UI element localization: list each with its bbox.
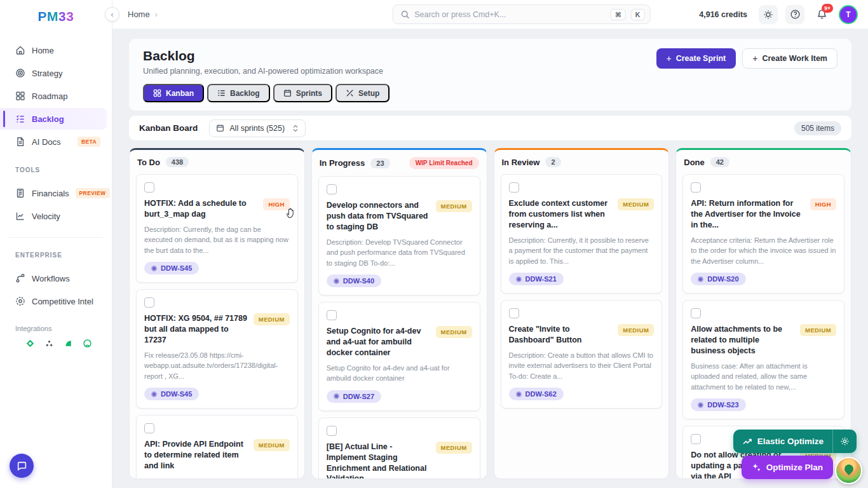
chat-button[interactable] [10, 454, 34, 478]
card-checkbox[interactable] [509, 182, 519, 193]
pm33-logo: PM33 [0, 0, 112, 36]
breadcrumb[interactable]: Home › [128, 10, 158, 19]
priority-badge: HIGH [810, 198, 836, 210]
preview-badge: PREVIEW [76, 188, 110, 198]
sidebar-item-financials[interactable]: Financials PREVIEW [0, 182, 107, 204]
integrations-label: Integrations [0, 312, 112, 339]
kanban-card[interactable]: HOTFIX: Add a schedule to burt_3_map dag… [136, 174, 298, 283]
sidebar-item-roadmap[interactable]: Roadmap [0, 85, 107, 107]
breadcrumb-home[interactable]: Home [128, 10, 150, 19]
priority-badge: MEDIUM [618, 198, 654, 210]
search-input[interactable]: Search or press Cmd+K... ⌘ K [392, 4, 650, 24]
card-checkbox[interactable] [327, 310, 337, 320]
card-checkbox[interactable] [691, 182, 701, 193]
sidebar-item-ai-docs[interactable]: AI Docs BETA [0, 131, 107, 152]
sidebar-item-competitive-intel[interactable]: Competitive Intel [0, 290, 107, 312]
optimize-plan-button[interactable]: Optimize Plan [742, 456, 833, 479]
card-checkbox[interactable] [327, 184, 337, 194]
enterprise-heading: ENTERPRISE [0, 238, 112, 264]
priority-badge: MEDIUM [254, 439, 290, 451]
sidebar-item-velocity[interactable]: Velocity [0, 205, 107, 227]
kanban-card[interactable]: API: Return information for the Advertis… [682, 174, 844, 294]
sidebar-item-workflows[interactable]: Workflows [0, 268, 107, 289]
ticket-tag[interactable]: DDW-S23 [691, 398, 745, 411]
column-in-review: In Review 2 Exclude context customer fro… [494, 148, 670, 479]
tab-setup[interactable]: Setup [336, 84, 390, 102]
create-work-item-button[interactable]: +Create Work Item [742, 48, 837, 69]
kanban-card[interactable]: Setup Cognito for a4-dev and a4-uat for … [318, 302, 480, 411]
column-header: In Review 2 [494, 150, 669, 173]
sidebar-item-backlog[interactable]: Backlog [0, 108, 107, 130]
ticket-tag[interactable]: DDW-S45 [144, 388, 199, 400]
card-title: API: Provide API Endpoint to determine r… [144, 439, 248, 471]
sidebar-item-strategy[interactable]: Strategy [0, 62, 107, 84]
elastic-settings-button[interactable] [833, 437, 857, 446]
priority-badge: MEDIUM [254, 313, 290, 325]
sidebar-collapse-button[interactable]: ‹ [105, 7, 119, 22]
plus-icon: + [667, 53, 672, 64]
sprint-filter-select[interactable]: All sprints (525) [209, 119, 306, 137]
tab-kanban[interactable]: Kanban [143, 84, 204, 102]
diamond-icon[interactable] [25, 339, 35, 348]
chat-bubble-icon [17, 461, 27, 471]
card-checkbox[interactable] [691, 434, 701, 444]
integration-icons [0, 339, 112, 348]
theme-toggle-button[interactable] [759, 5, 778, 24]
card-checkbox[interactable] [144, 423, 154, 433]
avatar[interactable]: T [839, 5, 858, 24]
card-checkbox[interactable] [144, 297, 154, 308]
sun-icon [763, 10, 773, 20]
card-description: Acceptance criteria: Return the Advertis… [691, 235, 836, 267]
tag-dot-icon [516, 391, 522, 397]
tag-dot-icon [516, 276, 522, 282]
sidebar-item-home[interactable]: Home [0, 39, 107, 61]
app-window: PM33 Home Strategy Roadmap Backlog AI Do… [0, 0, 868, 488]
help-button[interactable] [785, 5, 804, 24]
ticket-tag[interactable]: DDW-S20 [691, 273, 745, 285]
ticket-tag[interactable]: DDW-S27 [327, 390, 381, 403]
card-checkbox[interactable] [509, 308, 519, 318]
plus-icon: + [752, 53, 757, 64]
notifications-button[interactable]: 9+ [812, 5, 831, 24]
sidebar-tools: Financials PREVIEW Velocity [0, 179, 112, 227]
sidebar: PM33 Home Strategy Roadmap Backlog AI Do… [0, 0, 112, 488]
card-description: Description: As a <role>, I can <activit… [144, 476, 290, 478]
kanban-card[interactable]: Allow attachments to be related to multi… [682, 300, 844, 419]
kanban-card[interactable]: Develop connectors and push data from TV… [318, 176, 480, 295]
kanban-card[interactable]: HOTFIX: XG 9504, ## 71789 but all data m… [136, 289, 298, 409]
column-header: Done 42 [676, 150, 851, 173]
kanban-card[interactable]: Exclude context customer from customers … [501, 174, 663, 294]
kanban-card[interactable]: Create "Invite to Dashboard" Button MEDI… [501, 300, 663, 409]
island-emoji-button[interactable] [835, 457, 862, 484]
column-cards: Exclude context customer from customers … [494, 173, 669, 415]
target-icon [15, 68, 25, 78]
sidebar-item-label: Roadmap [32, 92, 67, 101]
card-description: Fix release/23.05.08 https://cmi-webapp.… [144, 350, 290, 382]
card-checkbox[interactable] [327, 426, 337, 436]
home-icon [15, 45, 25, 55]
card-checkbox[interactable] [144, 182, 154, 193]
main-area: ‹ Home › Search or press Cmd+K... ⌘ K 4,… [112, 0, 868, 488]
card-checkbox[interactable] [691, 308, 701, 318]
github-icon[interactable] [83, 339, 92, 348]
leaf-icon[interactable] [64, 339, 73, 348]
kanban-card[interactable]: API: Provide API Endpoint to determine r… [136, 415, 298, 478]
column-name: Done [684, 158, 705, 167]
grid-icon [15, 91, 25, 101]
priority-badge: MEDIUM [618, 324, 654, 336]
dots-icon[interactable] [44, 339, 54, 348]
sidebar-item-label: Backlog [32, 114, 64, 124]
ticket-tag[interactable]: DDW-S40 [327, 274, 381, 287]
kanban-card[interactable]: [BE] Actual Line - Implement Staging Enr… [318, 417, 480, 478]
ticket-tag[interactable]: DDW-S62 [509, 388, 564, 400]
tab-backlog[interactable]: Backlog [207, 84, 270, 102]
card-title: Setup Cognito for a4-dev and a4-uat for … [327, 326, 431, 358]
ticket-tag[interactable]: DDW-S45 [144, 262, 199, 274]
create-sprint-button[interactable]: +Create Sprint [656, 48, 736, 69]
sidebar-item-label: Velocity [32, 212, 60, 221]
sidebar-item-label: Competitive Intel [32, 297, 93, 306]
tab-sprints[interactable]: Sprints [273, 84, 332, 102]
elastic-optimize-button[interactable]: Elastic Optimize [733, 430, 857, 453]
sidebar-nav: Home Strategy Roadmap Backlog AI Docs BE… [0, 36, 112, 152]
ticket-tag[interactable]: DDW-S21 [509, 273, 564, 285]
